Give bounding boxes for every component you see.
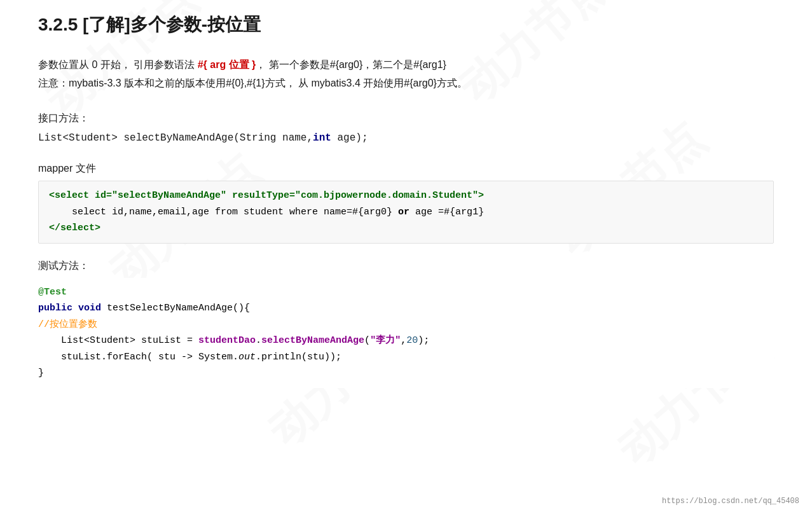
- test-string-arg: "李力": [370, 335, 401, 346]
- test-code-block: @Test public void testSelectByNameAndAge…: [38, 278, 774, 388]
- interface-code-post: age);: [331, 132, 368, 144]
- description-block: 参数位置从 0 开始， 引用参数语法 #{ arg 位置 }， 第一个参数是#{…: [38, 56, 774, 93]
- test-closing-brace: }: [38, 368, 44, 378]
- test-method-call: selectByNameAndAge: [261, 335, 364, 346]
- test-annotation-line: @Test: [38, 284, 764, 301]
- test-comma: ,: [401, 335, 406, 346]
- test-label: 测试方法：: [38, 259, 774, 273]
- test-foreach-post: .println(stu));: [256, 352, 341, 363]
- test-comment: //按位置参数: [38, 319, 97, 330]
- xml-open-tag: <select id="selectByNameAndAge" resultTy…: [49, 190, 484, 201]
- bottom-url: https://blog.csdn.net/qq_45408: [662, 497, 799, 506]
- desc-line1-pre: 参数位置从 0 开始， 引用参数语法: [38, 59, 198, 70]
- test-foreach-line: stuList.forEach( stu -> System.out.print…: [38, 349, 764, 366]
- test-student-dao: studentDao: [198, 335, 256, 346]
- test-method-end: (){: [233, 303, 250, 314]
- interface-code-pre: List<Student> selectByNameAndAge(String …: [38, 132, 313, 144]
- interface-keyword: int: [313, 132, 331, 144]
- interface-code: List<Student> selectByNameAndAge(String …: [38, 130, 774, 147]
- mapper-code-block: <select id="selectByNameAndAge" resultTy…: [38, 181, 774, 244]
- url-text: https://blog.csdn.net/qq_45408: [662, 497, 799, 506]
- mapper-label: mapper 文件: [38, 162, 774, 176]
- description-line2: 注意：mybatis-3.3 版本和之前的版本使用#{0},#{1}方式， 从 …: [38, 74, 774, 93]
- mapper-line3: </select>: [49, 220, 763, 237]
- or-keyword: or: [398, 207, 409, 218]
- java-void: void: [78, 303, 101, 314]
- test-method-name: testSelectByNameAndAge: [107, 303, 233, 314]
- test-dot1: .: [256, 335, 261, 346]
- xml-close-tag: </select>: [49, 223, 100, 233]
- mapper-line1: <select id="selectByNameAndAge" resultTy…: [49, 188, 763, 204]
- test-list-line: List<Student> stuList = studentDao.selec…: [38, 333, 764, 349]
- test-number-arg: 20: [406, 335, 418, 346]
- test-comment-line: //按位置参数: [38, 317, 764, 333]
- description-line1: 参数位置从 0 开始， 引用参数语法 #{ arg 位置 }， 第一个参数是#{…: [38, 56, 774, 74]
- test-annotation: @Test: [38, 287, 67, 298]
- java-public: public: [38, 303, 72, 314]
- desc-line1-post: ， 第一个参数是#{arg0}，第二个是#{arg1}: [256, 59, 446, 70]
- test-list-pre: List<Student> stuList =: [38, 335, 198, 346]
- section-title: 3.2.5 [了解]多个参数-按位置: [38, 13, 774, 37]
- main-content: 3.2.5 [了解]多个参数-按位置 参数位置从 0 开始， 引用参数语法 #{…: [38, 13, 774, 388]
- test-closing-brace-line: }: [38, 365, 764, 382]
- interface-label: 接口方法：: [38, 112, 774, 125]
- mapper-line2: select id,name,email,age from student wh…: [49, 204, 763, 221]
- desc-highlight: #{ arg 位置 }: [198, 59, 256, 70]
- test-foreach-pre: stuList.forEach( stu -> System.: [38, 352, 238, 363]
- test-paren: (: [364, 335, 370, 346]
- test-method-sig-line: public void testSelectByNameAndAge(){: [38, 300, 764, 317]
- test-close-paren: );: [418, 335, 429, 346]
- test-out: out: [238, 352, 256, 363]
